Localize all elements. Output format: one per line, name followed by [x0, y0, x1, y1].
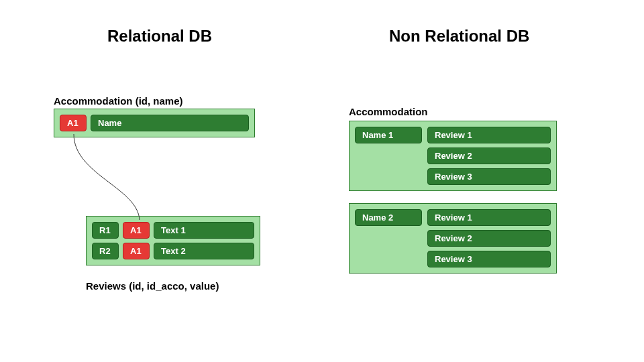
review-text-cell: Text 2: [154, 243, 254, 259]
doc-review-cell: Review 3: [427, 251, 551, 267]
accommodation-id-cell: A1: [60, 115, 87, 131]
review-text-cell: Text 1: [154, 222, 254, 239]
document-box: Name 2 Review 1 Review 2 Review 3: [349, 203, 557, 274]
right-title: Non Relational DB: [389, 27, 529, 46]
table-row: A1 Name: [60, 115, 249, 131]
accommodation-table: A1 Name: [54, 109, 255, 137]
left-title: Relational DB: [107, 27, 212, 46]
review-id-cell: R2: [92, 243, 119, 259]
document-box: Name 1 Review 1 Review 2 Review 3: [349, 121, 557, 191]
review-fk-cell: A1: [123, 243, 150, 259]
doc-name-cell: Name 1: [355, 127, 422, 143]
doc-review-cell: Review 3: [427, 168, 551, 185]
review-id-cell: R1: [92, 222, 119, 239]
accommodation-table-label: Accommodation (id, name): [54, 95, 183, 107]
nonrel-accommodation-label: Accommodation: [349, 106, 428, 117]
reviews-table: R1 A1 Text 1 R2 A1 Text 2: [86, 216, 260, 265]
accommodation-name-cell: Name: [91, 115, 249, 131]
doc-review-cell: Review 2: [427, 230, 551, 247]
reviews-table-label: Reviews (id, id_acco, value): [86, 280, 219, 292]
doc-review-cell: Review 1: [427, 127, 551, 143]
doc-name-cell: Name 2: [355, 209, 422, 226]
table-row: R2 A1 Text 2: [92, 243, 254, 259]
review-fk-cell: A1: [123, 222, 150, 239]
doc-review-cell: Review 1: [427, 209, 551, 226]
fk-connector-line: [0, 0, 322, 362]
doc-review-cell: Review 2: [427, 147, 551, 164]
table-row: R1 A1 Text 1: [92, 222, 254, 239]
